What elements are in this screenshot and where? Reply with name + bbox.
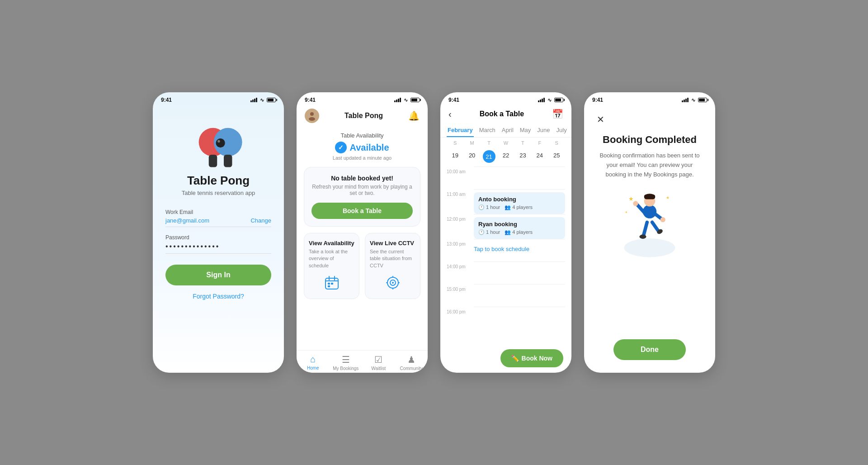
waitlist-icon: ☑	[374, 354, 382, 365]
svg-point-30	[660, 217, 665, 222]
anto-booking-name: Anto booking	[478, 196, 561, 203]
wifi-icon-1: ∿	[260, 97, 264, 103]
month-tab-jul[interactable]: July	[556, 124, 568, 137]
battery-icon-4	[698, 98, 707, 102]
calendar-schedule-icon	[309, 275, 354, 294]
feature-cards: View Availability Take a look at the ove…	[304, 233, 420, 299]
signal-icon-2	[394, 98, 401, 102]
date-25[interactable]: 25	[548, 150, 565, 163]
status-bar-1: 9:41 ∿	[153, 92, 284, 105]
bookings-icon: ☰	[342, 354, 350, 365]
date-24[interactable]: 24	[531, 150, 548, 163]
close-button[interactable]: ✕	[597, 114, 604, 125]
view-cctv-sub: See the current table situation from CCT…	[370, 248, 415, 269]
signal-icon-3	[538, 98, 545, 102]
day-m: M	[463, 140, 480, 146]
home-content: Table Pong 🔔 Table Availability ✓ Availa…	[297, 105, 428, 373]
change-button[interactable]: Change	[250, 217, 271, 224]
done-button[interactable]: Done	[613, 339, 686, 360]
pencil-icon: ✏️	[511, 355, 519, 362]
svg-point-32	[639, 235, 646, 239]
anto-duration-icon: 🕐 1 hour	[478, 204, 500, 210]
svg-rect-3	[224, 155, 232, 167]
view-cctv-card[interactable]: View Live CCTV See the current table sit…	[365, 233, 420, 299]
date-19[interactable]: 19	[447, 150, 463, 163]
day-w: W	[497, 140, 514, 146]
view-availability-card[interactable]: View Availability Take a look at the ove…	[304, 233, 359, 299]
time-slot-14pm: 14:00 pm	[447, 261, 565, 284]
book-now-button[interactable]: ✏️ Book Now	[500, 349, 563, 367]
completed-title: Booking Completed	[603, 134, 697, 146]
slot-15pm	[474, 284, 565, 307]
back-button[interactable]: ‹	[448, 109, 452, 119]
time-slot-16pm: 16:00 pm	[447, 307, 565, 329]
nav-waitlist-label: Waitlist	[371, 366, 386, 371]
nav-community[interactable]: ♟ Community	[395, 354, 428, 371]
svg-point-7	[309, 117, 315, 121]
no-booking-title: No table booked yet!	[311, 175, 413, 182]
month-tab-may[interactable]: May	[519, 124, 532, 137]
availability-label: Table Availability	[297, 132, 428, 139]
user-avatar[interactable]	[305, 109, 319, 123]
status-icons-1: ∿	[250, 97, 276, 103]
book-table-button[interactable]: Book a Table	[311, 203, 413, 219]
community-icon: ♟	[407, 354, 415, 365]
day-s2: S	[548, 140, 565, 146]
password-label: Password	[165, 234, 271, 241]
slot-11am: Anto booking 🕐 1 hour 👥 4 players	[474, 189, 565, 214]
day-f: F	[531, 140, 548, 146]
time-3: 9:41	[448, 97, 459, 103]
slot-14pm	[474, 261, 565, 284]
password-form-group: Password ••••••••••••••	[165, 234, 271, 254]
svg-rect-1	[209, 155, 217, 167]
wifi-icon-4: ∿	[691, 97, 695, 103]
date-22[interactable]: 22	[497, 150, 514, 163]
email-form-group: Work Email jane@gmail.com Change	[165, 209, 271, 227]
view-cctv-title: View Live CCTV	[370, 240, 415, 247]
status-icons-4: ∿	[682, 97, 707, 103]
no-booking-card: No table booked yet! Refresh your mind f…	[304, 167, 420, 227]
time-slot-11am: 11:00 am Anto booking 🕐 1 hour 👥 4 playe…	[447, 189, 565, 214]
month-tabs: February March April May June July	[440, 124, 571, 138]
battery-icon-1	[267, 98, 276, 102]
month-tab-feb[interactable]: February	[447, 124, 474, 137]
svg-point-4	[216, 138, 225, 147]
slot-13pm: Tap to book schedule	[474, 239, 565, 261]
availability-status: ✓ Available	[297, 142, 428, 153]
nav-home[interactable]: ⌂ Home	[297, 354, 330, 371]
app-title: Table Pong	[187, 174, 250, 188]
view-availability-sub: Take a look at the overview of schedule	[309, 248, 354, 269]
notification-bell-icon[interactable]: 🔔	[408, 110, 420, 121]
password-field[interactable]: ••••••••••••••	[165, 242, 271, 254]
status-bar-4: 9:41 ∿	[584, 92, 715, 105]
calendar-icon[interactable]: 📅	[552, 109, 563, 119]
status-icons-2: ∿	[394, 97, 420, 103]
book-now-label: Book Now	[522, 355, 552, 362]
date-21[interactable]: 21	[483, 150, 495, 163]
nav-mybookings[interactable]: ☰ My Bookings	[330, 354, 363, 371]
signin-button[interactable]: Sign In	[165, 265, 271, 285]
date-20[interactable]: 20	[463, 150, 480, 163]
home-title: Table Pong	[344, 112, 383, 120]
book-header: ‹ Book a Table 📅	[440, 105, 571, 124]
book-now-bar: ✏️ Book Now	[440, 344, 571, 373]
time-label-11am: 11:00 am	[447, 189, 469, 214]
home-icon: ⌂	[310, 354, 316, 365]
svg-line-27	[637, 204, 645, 213]
time-label-16pm: 16:00 pm	[447, 307, 469, 329]
date-23[interactable]: 23	[514, 150, 531, 163]
svg-rect-13	[331, 283, 333, 285]
email-label: Work Email	[165, 209, 271, 215]
forgot-password-link[interactable]: Forgot Password?	[193, 293, 244, 300]
month-tab-jun[interactable]: June	[536, 124, 551, 137]
screen-booking-completed: 9:41 ∿ ✕ Booking Completed Booking confi…	[584, 92, 715, 373]
screen-login: 9:41 ∿	[153, 92, 284, 373]
tap-book-schedule[interactable]: Tap to book schedule	[474, 242, 529, 252]
bottom-navigation: ⌂ Home ☰ My Bookings ☑ Waitlist ♟ Commun…	[297, 350, 428, 373]
svg-point-28	[633, 201, 638, 206]
ryan-players-icon: 👥 4 players	[505, 229, 533, 235]
month-tab-mar[interactable]: March	[478, 124, 496, 137]
nav-waitlist[interactable]: ☑ Waitlist	[362, 354, 395, 371]
anto-players-icon: 👥 4 players	[505, 204, 533, 210]
month-tab-apr[interactable]: April	[501, 124, 514, 137]
